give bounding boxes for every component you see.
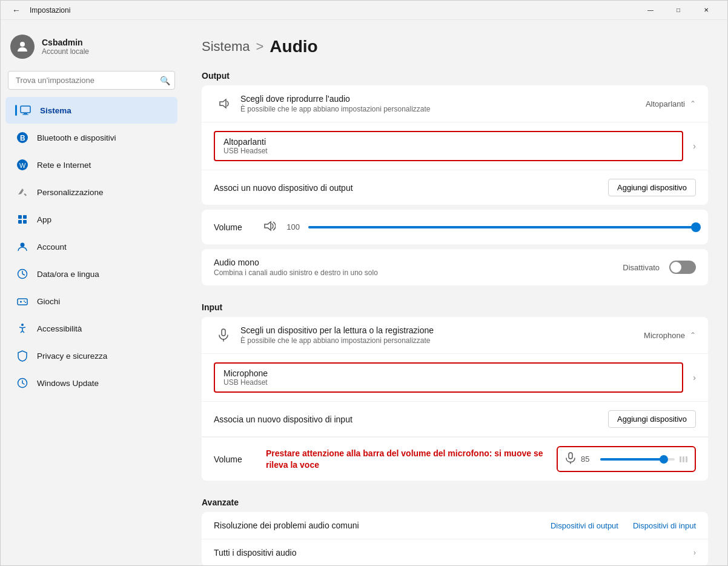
output-slider-track — [308, 226, 696, 228]
input-section-title: Input — [202, 302, 708, 312]
svg-line-15 — [22, 274, 25, 275]
input-volume-slider[interactable] — [600, 453, 675, 465]
output-section-title: Output — [202, 71, 708, 81]
wifi-icon: W — [15, 158, 30, 172]
game-icon — [15, 294, 30, 308]
microphone-icon — [214, 328, 233, 342]
sidebar-label-giochi: Giochi — [37, 297, 60, 306]
svg-rect-1 — [21, 106, 30, 113]
input-choose-row[interactable]: Scegli un dispositivo per la lettura o l… — [202, 317, 708, 354]
input-slider-thumb[interactable] — [660, 455, 668, 464]
input-device-chevron: › — [693, 373, 696, 382]
troubleshoot-links: Dispositivi di output Dispositivi di inp… — [551, 521, 696, 530]
input-associate-row: Associa un nuovo dispositivo di input Ag… — [202, 402, 708, 437]
svg-text:W: W — [19, 162, 26, 169]
input-choose-title: Scegli un dispositivo per la lettura o l… — [240, 325, 644, 335]
svg-rect-10 — [18, 220, 22, 224]
breadcrumb-sep: > — [256, 39, 263, 55]
input-associate-label: Associa un nuovo dispositivo di input — [214, 415, 608, 424]
input-device-row[interactable]: Microphone USB Headset › — [202, 354, 708, 402]
output-mono-right: Disattivato — [623, 261, 696, 274]
output-choose-row[interactable]: Scegli dove riprodurre l'audio È possibi… — [202, 85, 708, 122]
user-sub: Account locale — [42, 47, 89, 56]
output-slider-thumb[interactable] — [691, 222, 701, 232]
output-volume-num: 100 — [282, 222, 300, 231]
sidebar-label-account: Account — [37, 242, 67, 251]
window-title: Impostazioni — [30, 6, 70, 15]
sidebar-label-accessibilita: Accessibilità — [37, 324, 82, 333]
input-volume-num: 85 — [581, 454, 595, 464]
user-name: Csbadmin — [42, 38, 89, 47]
titlebar-controls: — □ ✕ — [637, 1, 720, 20]
svg-marker-23 — [220, 99, 226, 108]
main-content: Sistema > Audio Output Scegli dove ripro… — [182, 20, 727, 565]
output-add-device-button[interactable]: Aggiungi dispositivo — [608, 179, 696, 196]
output-volume-slider[interactable] — [308, 221, 696, 233]
titlebar: ← Impostazioni — □ ✕ — [1, 1, 727, 20]
advanced-card: Risoluzione dei problemi audio comuni Di… — [202, 512, 708, 565]
sidebar-label-dataora: Data/ora e lingua — [37, 270, 99, 279]
input-volume-warning-area: Prestare attenzione alla barra del volum… — [266, 448, 547, 470]
mic-icon-small — [565, 452, 576, 466]
output-mono-sub: Combina i canali audio sinistro e destro… — [214, 268, 623, 277]
paint-icon — [15, 185, 30, 199]
sidebar-item-windowsupdate[interactable]: Windows Update — [5, 370, 177, 396]
output-device-name: Altoparlanti — [223, 137, 673, 147]
output-volume-label: Volume — [214, 222, 262, 232]
sidebar-item-dataora[interactable]: Data/ora e lingua — [5, 261, 177, 287]
user-section: Csbadmin Account locale — [1, 27, 182, 71]
input-choose-sub: È possibile che le app abbiano impostazi… — [240, 336, 644, 345]
sidebar-item-personalizzazione[interactable]: Personalizzazione — [5, 179, 177, 205]
active-indicator — [15, 105, 17, 116]
input-add-device-button[interactable]: Aggiungi dispositivo — [608, 410, 696, 428]
search-input[interactable] — [8, 71, 175, 90]
speaker-icon — [214, 97, 233, 110]
output-device-row[interactable]: Altoparlanti USB Headset › — [202, 122, 708, 170]
sidebar-item-app[interactable]: App — [5, 206, 177, 233]
access-icon — [15, 321, 30, 336]
user-info: Csbadmin Account locale — [42, 38, 89, 56]
sidebar-item-privacy[interactable]: Privacy e sicurezza — [5, 342, 177, 369]
output-mono-card: Audio mono Combina i canali audio sinist… — [202, 249, 708, 285]
sidebar-item-sistema[interactable]: Sistema — [5, 97, 177, 124]
input-volume-warning: Prestare attenzione alla barra del volum… — [266, 448, 543, 469]
input-choose-right-label: Microphone — [644, 331, 685, 340]
output-associate-row: Associ un nuovo dispositivo di output Ag… — [202, 170, 708, 205]
minimize-button[interactable]: — — [637, 1, 664, 20]
avatar — [10, 35, 35, 59]
sidebar-item-giochi[interactable]: Giochi — [5, 288, 177, 315]
input-volume-label: Volume — [214, 454, 256, 464]
output-choose-chevron: ⌃ — [690, 99, 696, 108]
troubleshoot-text: Risoluzione dei problemi audio comuni — [214, 521, 551, 530]
sidebar-label-privacy: Privacy e sicurezza — [37, 351, 107, 361]
svg-rect-11 — [23, 220, 27, 224]
sidebar-item-rete[interactable]: W Rete e Internet — [5, 151, 177, 178]
svg-marker-24 — [265, 222, 271, 230]
sidebar-label-personalizzazione: Personalizzazione — [37, 188, 104, 197]
clock-icon — [15, 267, 30, 281]
account-icon — [15, 239, 30, 254]
input-slider-track — [600, 458, 675, 461]
input-card: Scegli un dispositivo per la lettura o l… — [202, 317, 708, 481]
advanced-section-title: Avanzate — [202, 498, 708, 507]
sidebar-item-accessibilita[interactable]: Accessibilità — [5, 315, 177, 342]
bluetooth-icon: B — [15, 130, 30, 145]
svg-point-20 — [25, 302, 26, 303]
maximize-button[interactable]: □ — [664, 1, 692, 20]
input-device-name: Microphone — [223, 368, 673, 378]
all-devices-right: › — [693, 548, 696, 557]
output-devices-link[interactable]: Dispositivi di output — [551, 521, 618, 530]
input-devices-link[interactable]: Dispositivi di input — [633, 521, 696, 530]
output-choose-text: Scegli dove riprodurre l'audio È possibi… — [240, 94, 646, 113]
output-mono-row: Audio mono Combina i canali audio sinist… — [202, 249, 708, 285]
svg-point-12 — [21, 243, 25, 247]
back-button[interactable]: ← — [8, 2, 25, 19]
svg-rect-25 — [222, 329, 225, 336]
all-devices-row[interactable]: Tutti i dispositivi audio › — [202, 539, 708, 565]
svg-rect-9 — [23, 215, 27, 219]
close-button[interactable]: ✕ — [692, 1, 720, 20]
output-choose-right: Altoparlanti ⌃ — [646, 99, 696, 108]
sidebar-item-account[interactable]: Account — [5, 233, 177, 260]
sidebar-item-bluetooth[interactable]: B Bluetooth e dispositivi — [5, 124, 177, 151]
mono-toggle[interactable] — [669, 261, 696, 274]
